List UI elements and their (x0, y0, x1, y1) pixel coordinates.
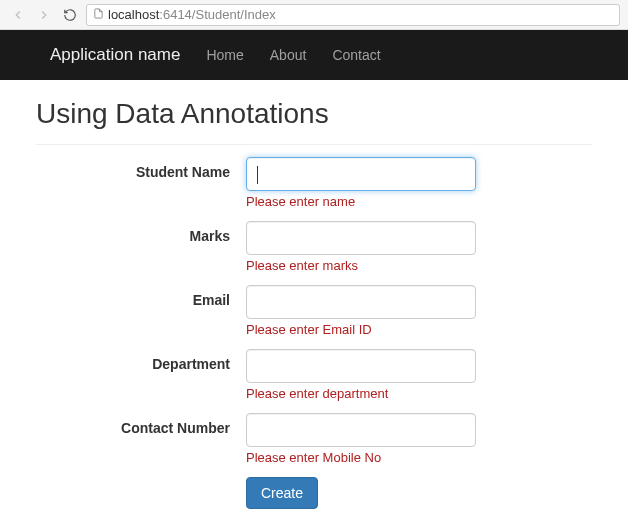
nav-link-contact[interactable]: Contact (332, 47, 380, 63)
browser-toolbar: localhost:6414/Student/Index (0, 0, 628, 30)
error-student-name: Please enter name (246, 194, 476, 209)
label-email: Email (36, 285, 246, 308)
form-row-department: Department Please enter department (36, 349, 592, 401)
nav-link-about[interactable]: About (270, 47, 307, 63)
navbar-brand[interactable]: Application name (50, 45, 180, 65)
error-marks: Please enter marks (246, 258, 476, 273)
submit-row: Create (246, 477, 592, 509)
error-department: Please enter department (246, 386, 476, 401)
form-row-email: Email Please enter Email ID (36, 285, 592, 337)
reload-icon[interactable] (60, 5, 80, 25)
error-email: Please enter Email ID (246, 322, 476, 337)
page-title: Using Data Annotations (36, 98, 592, 130)
url-bar[interactable]: localhost:6414/Student/Index (86, 4, 620, 26)
label-student-name: Student Name (36, 157, 246, 180)
input-department[interactable] (246, 349, 476, 383)
forward-icon[interactable] (34, 5, 54, 25)
create-button[interactable]: Create (246, 477, 318, 509)
form-row-contact-number: Contact Number Please enter Mobile No (36, 413, 592, 465)
input-student-name[interactable] (246, 157, 476, 191)
form-row-marks: Marks Please enter marks (36, 221, 592, 273)
navbar: Application name Home About Contact (0, 30, 628, 80)
label-department: Department (36, 349, 246, 372)
error-contact-number: Please enter Mobile No (246, 450, 476, 465)
label-marks: Marks (36, 221, 246, 244)
file-icon (93, 7, 104, 23)
divider (36, 144, 592, 145)
input-email[interactable] (246, 285, 476, 319)
input-marks[interactable] (246, 221, 476, 255)
input-contact-number[interactable] (246, 413, 476, 447)
nav-link-home[interactable]: Home (206, 47, 243, 63)
back-icon[interactable] (8, 5, 28, 25)
url-text: localhost:6414/Student/Index (108, 7, 276, 22)
page-container: Using Data Annotations Student Name Plea… (0, 80, 628, 509)
label-contact-number: Contact Number (36, 413, 246, 436)
form-row-student-name: Student Name Please enter name (36, 157, 592, 209)
